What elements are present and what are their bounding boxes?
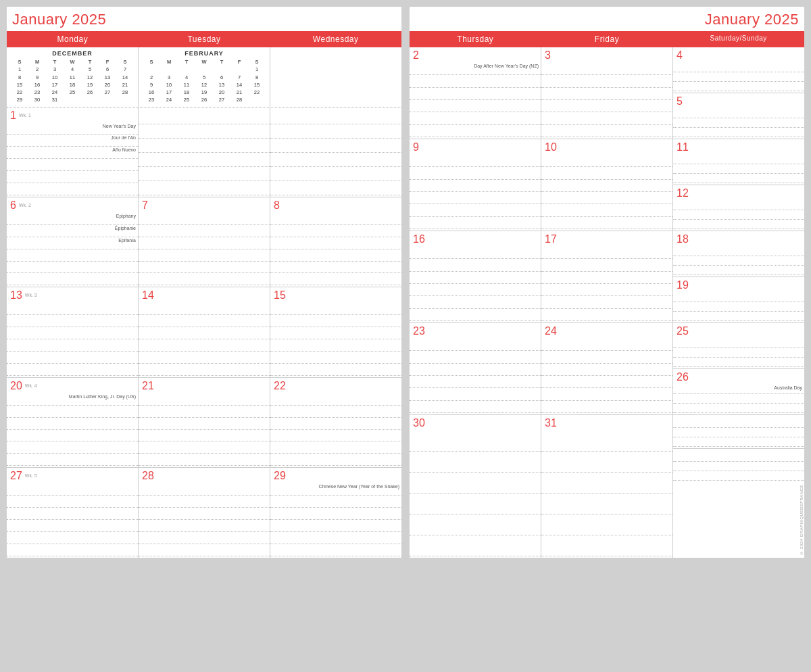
week-label: Wk. 2 [19,203,31,208]
event-line [7,352,138,364]
event-line [7,364,138,376]
left-day-cell-w4d1: 28 [139,468,270,557]
event-lines [541,62,672,139]
event-line [270,181,401,195]
event-line [7,183,138,195]
event-line [139,315,270,327]
event-line [270,352,401,364]
left-day-cell-w2d2: 15 [270,287,401,377]
sun-cell-w3: 26Australia Day [673,369,804,414]
event-lines [270,212,401,287]
day-number: 25 [673,323,804,337]
event-text: Año Nuevo [7,147,138,153]
week-label: Wk. 4 [25,383,37,388]
left-day-cell-w1d1: 7 [139,197,270,287]
event-lines [673,337,804,368]
day-number: 15 [270,287,401,302]
event-line [139,508,270,520]
event-line [673,109,804,118]
event-line [410,125,541,137]
day-number: 19 [673,277,804,291]
right-thu-cell-w4: 30 [410,415,541,558]
event-line [673,155,804,164]
event-line [270,430,401,442]
left-page-title: January 2025 [7,7,401,31]
event-line [139,153,270,167]
event-line [410,155,541,167]
sun-cell-w4: © 2024 GRAPHIQUEDEFRANCE [673,449,804,558]
event-lines [673,62,804,93]
event-line [139,454,270,466]
event-line [673,210,804,220]
event-lines [673,291,804,322]
event-line [541,452,672,473]
day-number: 22 [270,378,401,392]
event-line [673,293,804,302]
event-line [673,128,804,137]
event-text: Jour de l'An [7,135,138,141]
event-line [410,388,541,400]
right-thu-cell-w2: 16 [410,231,541,322]
event-lines [139,392,270,467]
sat-cell-w0: 4 [673,47,804,93]
event-line [270,237,401,249]
event-line [7,441,138,454]
event-line [673,266,804,275]
event-line [270,454,401,466]
sun-cell-w2: 19 [673,277,804,322]
february-mini-cal: FEBRUARY S M T W T F S 1 2345678 9101112… [139,47,270,107]
event-line [673,256,804,266]
event-line [139,139,270,153]
event-line [139,339,270,352]
wednesday-header: Wednesday [270,31,401,47]
right-week-row-3: 23242526Australia Day [410,323,804,415]
event-line [541,217,672,229]
mini-cal-row: DECEMBER S M T W T F S 1234567 891011121… [7,47,401,107]
event-line [410,309,541,321]
event-line [410,351,541,363]
event-line [270,303,401,315]
week-label: Wk. 1 [19,113,31,118]
event-line [139,520,270,532]
event-line: Épiphanie [7,225,138,237]
event-line [673,247,804,256]
event-line [7,303,138,315]
right-fri-cell-w0: 3 [541,47,673,139]
left-day-cell-w4d0: 27Wk. 5 [7,468,139,557]
day-number: 6Wk. 2 [7,197,138,212]
event-line [270,532,401,544]
day-number: 26 [673,369,804,383]
left-day-cell-w0d2 [270,107,401,197]
event-text: New Year's Day [7,123,138,129]
event-line [673,418,804,428]
left-day-cell-w0d0: 1Wk. 1New Year's DayJour de l'AnAño Nuev… [7,107,139,197]
event-line [410,296,541,308]
event-line: Australia Day [673,385,804,394]
friday-header: Friday [541,31,673,47]
day-number: 10 [541,139,672,153]
day-number: 31 [541,415,672,429]
event-lines [673,107,804,139]
event-line [673,201,804,210]
event-line: Año Nuevo [7,147,138,159]
left-col-headers: Monday Tuesday Wednesday [7,31,401,47]
event-lines [541,245,672,322]
left-day-cell-w3d0: 20Wk. 4Martin Luther King, Jr. Day (US) [7,378,139,467]
event-line [673,339,804,348]
day-number: 28 [139,468,270,482]
right-fri-cell-w3: 24 [541,323,673,414]
day-number: 21 [139,378,270,392]
event-line [541,376,672,388]
event-line [270,544,401,556]
event-line [410,112,541,124]
event-lines [673,199,804,231]
event-line [541,388,672,400]
event-lines [541,429,672,558]
event-line [673,437,804,447]
event-line [139,303,270,315]
event-line: Jour de l'An [7,135,138,147]
event-line [673,312,804,321]
left-day-cell-w1d2: 8 [270,197,401,287]
right-half: January 2025 Thursday Friday Saturday/Su… [410,7,804,558]
event-lines: Martin Luther King, Jr. Day (US) [7,392,138,467]
